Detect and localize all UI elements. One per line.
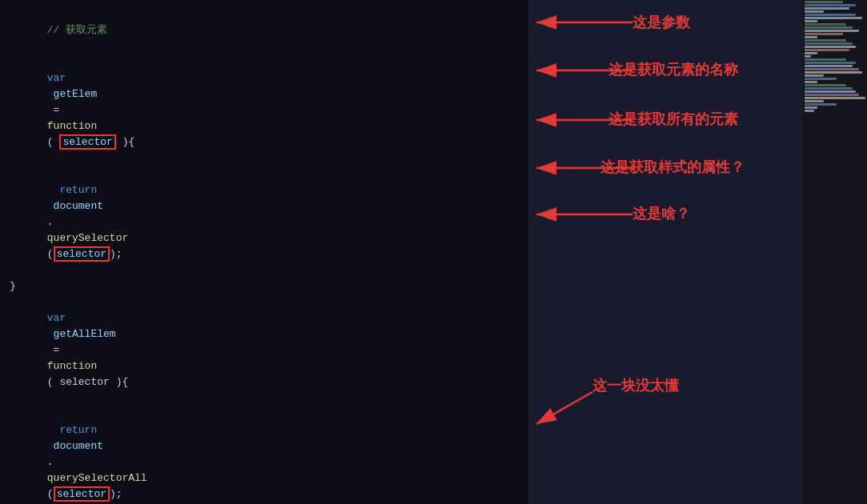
comment-text: // 获取元素 [47,24,107,36]
punct2: ( [47,136,60,148]
qs-selector-highlight: selector [54,246,110,262]
annotation-5: 这是啥？ [632,204,690,223]
code-line-2: var getElem = function ( selector ){ [10,54,519,166]
kw-return: return [47,184,97,196]
annotation-1: 这是参数 [632,13,690,32]
code-line-5: var getAllElem = function ( selector ){ [10,294,519,406]
qsa-selector-highlight: selector [54,486,110,502]
qs-method: querySelector [47,232,128,244]
code-line-6: return document . querySelectorAll (sele… [10,406,519,504]
var-getelem: getElem [47,88,97,100]
punct3: ){ [116,136,134,148]
minimap [803,0,867,504]
code-line-4: } [10,278,519,294]
svg-line-6 [536,392,592,424]
param-selector-highlight: selector [59,134,115,150]
code-panel: // 获取元素 var getElem = function ( selecto… [0,0,528,504]
doc: document [47,200,103,212]
annotation-3: 这是获取所有的元素 [608,110,738,129]
fn-function: function [47,120,97,132]
kw-var: var [47,72,66,84]
code-line-1: // 获取元素 [10,6,519,54]
annotation-2: 这是获取元素的名称 [608,60,738,79]
annotation-6: 这一块没太懂 [592,376,679,395]
annotation-panel: 这是参数 这是获取元素的名称 这是获取所有的元素 这是获取样式的属性？ 这是啥？… [528,0,803,504]
annotation-4: 这是获取样式的属性？ [600,158,745,177]
punct: = [47,104,66,116]
code-line-3: return document . querySelector (selecto… [10,166,519,278]
